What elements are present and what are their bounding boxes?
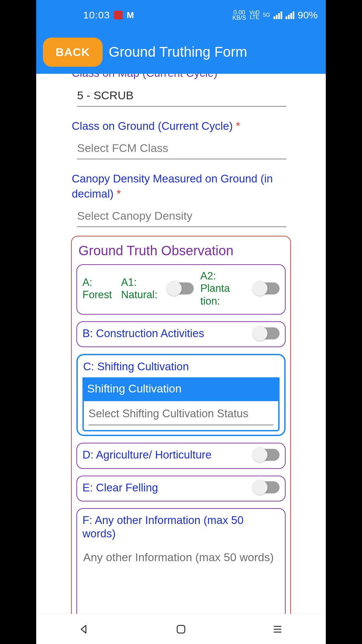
signal-icon-2 xyxy=(286,11,294,19)
system-nav-bar xyxy=(36,614,326,644)
label-e-clear-felling: E: Clear Felling xyxy=(82,481,251,494)
obs-card-e: E: Clear Felling xyxy=(76,476,286,502)
label-c-shifting: C: Shifting Cultivation xyxy=(83,360,279,373)
toggle-d-agriculture[interactable] xyxy=(254,449,280,461)
label-a2-plantation: A2: Planta tion: xyxy=(200,270,247,307)
record-icon xyxy=(114,11,123,19)
toggle-b-construction[interactable] xyxy=(254,327,280,339)
gmail-icon: M xyxy=(127,10,133,20)
toggle-e-clear-felling[interactable] xyxy=(254,481,280,493)
status-time: 10:03 xyxy=(83,9,110,21)
svg-rect-0 xyxy=(177,625,185,633)
shifting-cultivation-body: Select Shifting Cultivation Status xyxy=(82,401,280,431)
status-right: 0.00KB/S VoDLTE 5G 90% xyxy=(232,9,318,21)
label-a-forest: A: Forest xyxy=(82,276,114,301)
label-b-construction: B: Construction Activities xyxy=(82,327,251,340)
battery-level: 90% xyxy=(298,9,318,21)
nav-recent-icon[interactable] xyxy=(272,624,283,635)
label-class-on-map: Class on Map (Current Cycle) * xyxy=(42,74,320,84)
input-class-on-map[interactable]: 5 - SCRUB xyxy=(77,86,286,107)
obs-card-a: A: Forest A1: Natural: A2: Planta tion: xyxy=(76,264,286,315)
status-left: 10:03 M xyxy=(83,9,133,21)
obs-card-f: F: Any other Information (max 50 words) … xyxy=(76,508,286,614)
phone-frame: 10:03 M 0.00KB/S VoDLTE 5G 90% BACK Grou… xyxy=(36,0,326,644)
signal-icon-1 xyxy=(274,11,282,19)
form-area: Class on Map (Current Cycle) * 5 - SCRUB… xyxy=(36,74,326,614)
ground-truth-observation-panel: Ground Truth Observation A: Forest A1: N… xyxy=(71,236,291,614)
shifting-cultivation-header: Shifting Cultivation xyxy=(82,377,280,401)
obs-card-c: C: Shifting Cultivation Shifting Cultiva… xyxy=(76,354,286,436)
app-header: BACK Ground Truthing Form xyxy=(36,30,326,74)
select-shifting-cultivation-status[interactable]: Select Shifting Cultivation Status xyxy=(88,405,274,425)
obs-card-d: D: Agriculture/ Horticulture xyxy=(76,443,286,469)
network-speed: 0.00KB/S xyxy=(232,10,246,20)
observation-title: Ground Truth Observation xyxy=(76,241,286,264)
label-a1-natural: A1: Natural: xyxy=(121,276,161,301)
volte-icon: VoDLTE xyxy=(249,10,259,20)
nav-home-icon[interactable] xyxy=(175,624,187,635)
toggle-a1-natural[interactable] xyxy=(168,282,194,294)
label-canopy-density: Canopy Density Measured on Ground (in de… xyxy=(42,168,320,205)
input-class-on-ground[interactable]: Select FCM Class xyxy=(77,138,286,159)
textarea-other-info[interactable]: Any other Information (max 50 words) xyxy=(82,545,280,614)
label-d-agriculture: D: Agriculture/ Horticulture xyxy=(82,448,251,462)
toggle-a2-plantation[interactable] xyxy=(254,282,280,294)
back-button[interactable]: BACK xyxy=(43,38,103,67)
obs-card-b: B: Construction Activities xyxy=(76,321,286,347)
network-type: 5G xyxy=(263,12,270,18)
form-scroll[interactable]: Class on Map (Current Cycle) * 5 - SCRUB… xyxy=(36,74,326,614)
nav-back-icon[interactable] xyxy=(79,624,90,635)
label-class-on-ground: Class on Ground (Current Cycle) * xyxy=(42,115,320,137)
status-bar: 10:03 M 0.00KB/S VoDLTE 5G 90% xyxy=(36,0,326,30)
label-f-other-info: F: Any other Information (max 50 words) xyxy=(82,514,280,540)
page-title: Ground Truthing Form xyxy=(109,44,247,60)
input-canopy-density[interactable]: Select Canopy Density xyxy=(77,206,286,227)
